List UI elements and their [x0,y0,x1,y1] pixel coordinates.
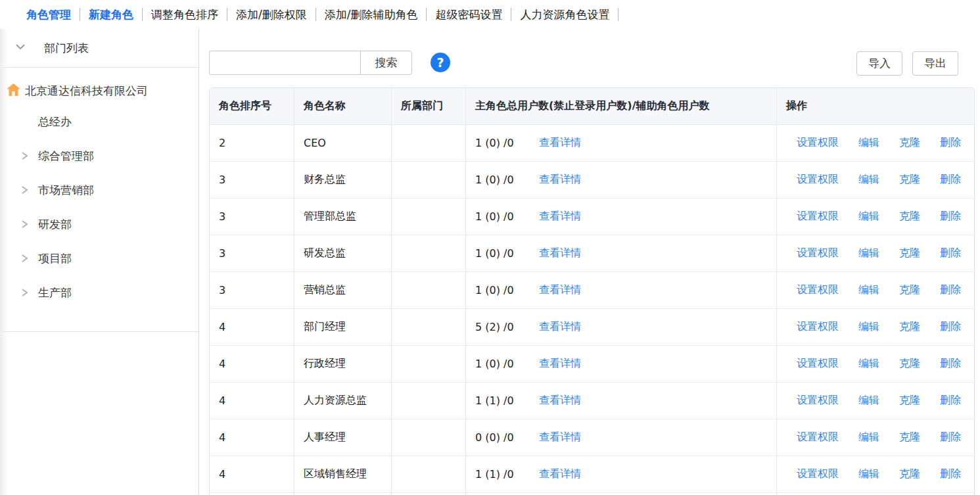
clone-link[interactable]: 克隆 [899,357,920,371]
edit-link[interactable]: 编辑 [858,247,879,260]
chevron-right-icon[interactable] [20,151,29,161]
help-icon[interactable]: ? [431,53,450,72]
view-details-link[interactable]: 查看详情 [539,320,581,334]
chevron-right-icon[interactable] [20,253,29,264]
chevron-down-icon[interactable] [14,41,26,55]
department-list-label: 部门列表 [44,41,89,56]
user-count: 1 (0) /0 [475,174,539,186]
sidebar-item-0[interactable]: 总经办 [0,105,198,139]
table-row: 4人力资源总监1 (1) /0查看详情设置权限编辑克隆删除 [210,382,974,419]
chevron-right-icon[interactable] [20,287,29,298]
cell-department [391,235,465,271]
set-permissions-link[interactable]: 设置权限 [797,431,839,444]
delete-link[interactable]: 删除 [940,467,961,481]
cell-actions: 设置权限编辑克隆删除 [776,125,974,161]
set-permissions-link[interactable]: 设置权限 [797,394,839,408]
set-permissions-link[interactable]: 设置权限 [797,173,839,187]
view-details-link[interactable]: 查看详情 [539,210,581,224]
clone-link[interactable]: 克隆 [899,247,920,260]
view-details-link[interactable]: 查看详情 [539,136,581,150]
sidebar-item-2[interactable]: 市场营销部 [0,173,198,207]
cell-role-name: 区域销售经理 [294,456,391,492]
set-permissions-link[interactable]: 设置权限 [797,136,839,150]
sidebar-item-4[interactable]: 项目部 [0,241,198,275]
toolbar-item-2[interactable]: 调整角色排序 [151,7,218,22]
set-permissions-link[interactable]: 设置权限 [797,467,839,481]
table-row: 4人事经理0 (0) /0查看详情设置权限编辑克隆删除 [210,419,974,456]
view-details-link[interactable]: 查看详情 [539,431,581,444]
edit-link[interactable]: 编辑 [858,136,879,150]
chevron-right-icon[interactable] [20,219,29,229]
column-header-2: 所属部门 [391,88,465,124]
cell-role-name: 财务总监 [294,162,391,198]
cell-users: 1 (0) /0查看详情 [465,346,776,382]
sidebar-item-3[interactable]: 研发部 [0,207,198,241]
clone-link[interactable]: 克隆 [899,320,920,334]
search-button[interactable]: 搜索 [360,51,412,75]
edit-link[interactable]: 编辑 [858,357,879,371]
delete-link[interactable]: 删除 [940,431,961,444]
delete-link[interactable]: 删除 [940,173,961,187]
set-permissions-link[interactable]: 设置权限 [797,283,839,297]
delete-link[interactable]: 删除 [940,357,961,371]
view-details-link[interactable]: 查看详情 [539,173,581,187]
edit-link[interactable]: 编辑 [858,394,879,408]
toolbar-item-4[interactable]: 添加/删除辅助角色 [325,7,418,22]
delete-link[interactable]: 删除 [940,210,961,224]
cell-users: 1 (1) /0查看详情 [465,383,776,419]
set-permissions-link[interactable]: 设置权限 [797,210,839,224]
sidebar-item-1[interactable]: 综合管理部 [0,139,198,173]
delete-link[interactable]: 删除 [940,320,961,334]
clone-link[interactable]: 克隆 [899,210,920,224]
edit-link[interactable]: 编辑 [858,467,879,481]
cell-sort-number: 3 [210,272,294,308]
cell-department [391,383,465,419]
edit-link[interactable]: 编辑 [858,210,879,224]
user-count: 1 (0) /0 [475,210,539,223]
sidebar-item-company[interactable]: 北京通达信科技有限公司 [0,77,198,105]
set-permissions-link[interactable]: 设置权限 [797,320,839,334]
set-permissions-link[interactable]: 设置权限 [797,357,839,371]
clone-link[interactable]: 克隆 [899,283,920,297]
view-details-link[interactable]: 查看详情 [539,394,581,408]
delete-link[interactable]: 删除 [940,394,961,408]
clone-link[interactable]: 克隆 [899,394,920,408]
view-details-link[interactable]: 查看详情 [539,283,581,297]
toolbar-item-3[interactable]: 添加/删除权限 [236,7,307,22]
toolbar-item-6[interactable]: 人力资源角色设置 [520,7,609,22]
clone-link[interactable]: 克隆 [899,136,920,150]
clone-link[interactable]: 克隆 [899,431,920,444]
view-details-link[interactable]: 查看详情 [539,357,581,371]
view-details-link[interactable]: 查看详情 [539,467,581,481]
edit-link[interactable]: 编辑 [858,320,879,334]
cell-role-name: 人事经理 [294,419,391,456]
cell-users: 0 (0) /0查看详情 [465,419,776,456]
sidebar-item-5[interactable]: 生产部 [0,275,198,310]
chevron-right-icon[interactable] [20,185,29,195]
cell-actions: 设置权限编辑克隆删除 [776,309,974,345]
edit-link[interactable]: 编辑 [858,283,879,297]
cell-users: 1 (1) /0查看详情 [465,456,776,492]
cell-role-name: 部门经理 [294,309,391,345]
toolbar-item-5[interactable]: 超级密码设置 [435,7,502,22]
clone-link[interactable]: 克隆 [899,467,920,481]
user-count: 1 (0) /0 [475,358,539,370]
delete-link[interactable]: 删除 [940,247,961,260]
edit-link[interactable]: 编辑 [858,431,879,444]
export-button[interactable]: 导出 [912,51,958,76]
search-input[interactable] [209,51,360,75]
import-button[interactable]: 导入 [856,51,902,76]
toolbar-item-1[interactable]: 新建角色 [89,7,133,22]
toolbar-item-0[interactable]: 角色管理 [26,7,71,22]
cell-sort-number: 4 [210,309,294,345]
delete-link[interactable]: 删除 [940,283,961,297]
set-permissions-link[interactable]: 设置权限 [797,247,839,260]
clone-link[interactable]: 克隆 [899,173,920,187]
view-details-link[interactable]: 查看详情 [539,247,581,260]
delete-link[interactable]: 删除 [940,136,961,150]
edit-link[interactable]: 编辑 [858,173,879,187]
cell-sort-number: 3 [210,235,294,271]
department-list-header[interactable]: 部门列表 [0,29,198,68]
cell-sort-number: 4 [210,383,294,419]
cell-role-name: 营销总监 [294,272,391,308]
